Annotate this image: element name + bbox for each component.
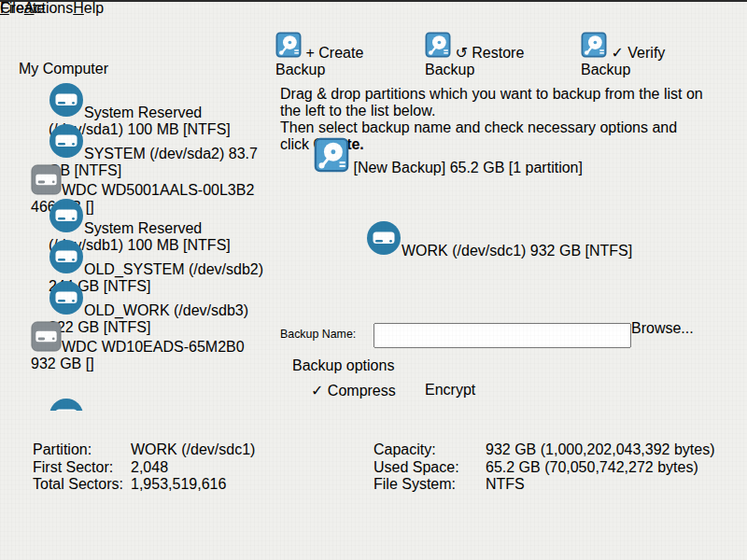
item-title: OLD_SYSTEM (/dev/sdb2) <box>84 261 263 277</box>
detail-value: 932 GB (1,000,202,043,392 bytes) <box>486 441 715 458</box>
item-title: WORK (/dev/sdc1) <box>402 243 526 259</box>
item-title: SYSTEM (/dev/sda2) <box>84 146 224 161</box>
partition-icon <box>49 123 84 159</box>
backup-options-label: Backup options <box>292 357 394 374</box>
item-subtitle: 65.2 GB [1 partition] <box>450 160 583 175</box>
hard-drive-icon <box>31 164 62 195</box>
backup-name-label: Backup Name: <box>280 328 356 341</box>
detail-label: Capacity: <box>374 441 436 458</box>
item-title: WDC WD5001AALS-00L3B2 <box>62 182 254 198</box>
hard-drive-icon <box>31 321 62 352</box>
partition-icon <box>49 82 84 118</box>
hdd-restore-icon: ↺ <box>425 45 468 61</box>
window-top-edge <box>0 0 747 2</box>
drive-list-rows: System Reserved (/dev/sda1) 100 MB [NTFS… <box>28 82 264 411</box>
item-title: OLD_WORK (/dev/sdb3) <box>84 302 248 318</box>
instructions-line1: Drag & drop partitions which you want to… <box>280 86 710 119</box>
detail-label: File System: <box>374 476 456 493</box>
detail-label: Used Space: <box>374 459 459 476</box>
item-title: [New Backup] <box>353 160 445 175</box>
encrypt-checkbox[interactable]: Encrypt <box>425 382 475 399</box>
create-backup-button[interactable]: + Create Backup <box>275 32 414 78</box>
partition-icon <box>49 239 84 274</box>
backup-partition-item[interactable]: WORK (/dev/sdc1) 932 GB [NTFS] <box>308 220 689 261</box>
hdd-verify-icon: ✓ <box>581 45 624 61</box>
hdd-icon <box>275 32 302 58</box>
detail-value: NTFS <box>486 476 525 493</box>
drive-list-item[interactable]: OLD_SYSTEM (/dev/sdb2) 244 GB [NTFS] <box>28 239 264 280</box>
backup-name-input[interactable] <box>374 323 631 348</box>
verify-backup-button[interactable]: ✓ Verify Backup <box>581 32 719 78</box>
checkbox-label: Compress <box>328 383 396 399</box>
partition-icon <box>49 398 84 411</box>
partition-icon <box>49 198 84 233</box>
restore-backup-button[interactable]: ↺ Restore Backup <box>425 32 571 78</box>
drive-list-item[interactable]: WORK (/dev/sdc1) 932 GB [NTFS] <box>28 398 264 411</box>
detail-value: WORK (/dev/sdc1) <box>131 441 255 458</box>
checkbox-label: Encrypt <box>425 382 475 398</box>
partition-icon <box>366 220 402 256</box>
check-badge-icon: ✓ <box>611 45 623 61</box>
backup-list-rows: [New Backup] 65.2 GB [1 partition] WORK … <box>308 137 689 306</box>
item-title: WDC WD10EADS-65M2B0 <box>62 339 245 355</box>
checkbox-box[interactable]: ✓ <box>311 383 323 399</box>
backup-group-item[interactable]: [New Backup] 65.2 GB [1 partition] <box>308 137 689 178</box>
backup-list: [New Backup] 65.2 GB [1 partition] WORK … <box>308 137 689 306</box>
drive-list-item[interactable]: WDC WD10EADS-65M2B0 932 GB [] <box>28 321 264 355</box>
hdd-icon <box>581 32 607 58</box>
restore-badge-icon: ↺ <box>455 45 467 61</box>
detail-label: Total Sectors: <box>33 476 123 493</box>
drive-list-item[interactable]: SYSTEM (/dev/sda2) 83.7 GB [NTFS] <box>28 123 264 164</box>
drive-list-hscrollbar[interactable] <box>28 413 250 427</box>
hdd-icon <box>314 137 349 173</box>
hdd-icon <box>425 32 451 58</box>
item-subtitle: 932 GB [NTFS] <box>530 243 632 259</box>
app-window: FileActionsHelp My Computer System Reser… <box>0 0 747 560</box>
hscroll-thumb[interactable] <box>43 414 217 425</box>
my-computer-label: My Computer <box>19 61 108 77</box>
vscroll-thumb[interactable] <box>250 97 261 187</box>
compress-checkbox[interactable]: ✓ Compress <box>311 382 396 399</box>
selection-highlight <box>308 178 689 220</box>
menu-item-help[interactable]: Help <box>73 0 104 16</box>
detail-label: Partition: <box>33 441 92 458</box>
create-button[interactable]: Create <box>0 0 45 17</box>
plus-badge-icon: + <box>305 45 314 61</box>
browse-button[interactable]: Browse... <box>631 320 693 345</box>
detail-value: 65.2 GB (70,050,742,272 bytes) <box>486 459 698 476</box>
drive-list-item[interactable]: OLD_WORK (/dev/sdb3) 222 GB [NTFS] <box>28 280 264 321</box>
drive-list-item[interactable]: System Reserved (/dev/sdb1) 100 MB [NTFS… <box>28 198 264 239</box>
drive-list: System Reserved (/dev/sda1) 100 MB [NTFS… <box>28 82 264 411</box>
drive-list-item[interactable]: WDC WD5001AALS-00L3B2 466 GB [] <box>28 164 264 198</box>
partition-icon <box>49 280 84 315</box>
hdd-create-icon: + <box>275 45 315 61</box>
drive-list-vscrollbar[interactable] <box>249 84 262 409</box>
drive-list-item[interactable]: System Reserved (/dev/sda1) 100 MB [NTFS… <box>28 82 264 123</box>
item-subtitle: 932 GB [] <box>31 356 94 371</box>
detail-value: 1,953,519,616 <box>131 476 226 493</box>
detail-value: 2,048 <box>131 459 168 476</box>
detail-label: First Sector: <box>33 459 113 476</box>
